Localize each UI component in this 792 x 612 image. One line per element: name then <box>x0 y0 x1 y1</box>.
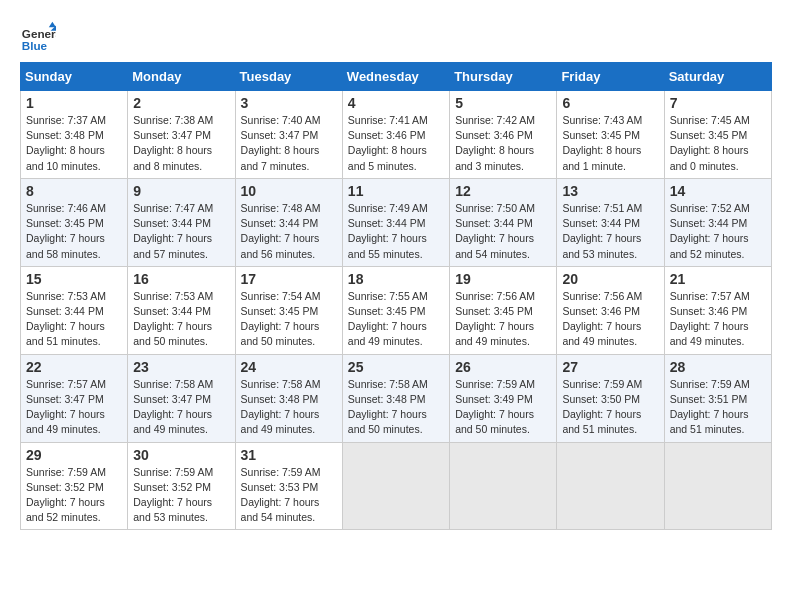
svg-marker-2 <box>49 22 56 27</box>
day-number: 25 <box>348 359 444 375</box>
day-info: Sunrise: 7:54 AMSunset: 3:45 PMDaylight:… <box>241 289 337 350</box>
day-number: 9 <box>133 183 229 199</box>
day-info: Sunrise: 7:58 AMSunset: 3:48 PMDaylight:… <box>348 377 444 438</box>
day-cell: 26Sunrise: 7:59 AMSunset: 3:49 PMDayligh… <box>450 354 557 442</box>
day-number: 24 <box>241 359 337 375</box>
day-number: 28 <box>670 359 766 375</box>
day-info: Sunrise: 7:41 AMSunset: 3:46 PMDaylight:… <box>348 113 444 174</box>
day-info: Sunrise: 7:49 AMSunset: 3:44 PMDaylight:… <box>348 201 444 262</box>
day-info: Sunrise: 7:51 AMSunset: 3:44 PMDaylight:… <box>562 201 658 262</box>
day-cell <box>342 442 449 530</box>
day-info: Sunrise: 7:42 AMSunset: 3:46 PMDaylight:… <box>455 113 551 174</box>
logo-icon: General Blue <box>20 20 56 56</box>
day-info: Sunrise: 7:50 AMSunset: 3:44 PMDaylight:… <box>455 201 551 262</box>
weekday-header-wednesday: Wednesday <box>342 63 449 91</box>
day-number: 16 <box>133 271 229 287</box>
calendar-table: SundayMondayTuesdayWednesdayThursdayFrid… <box>20 62 772 530</box>
day-info: Sunrise: 7:56 AMSunset: 3:45 PMDaylight:… <box>455 289 551 350</box>
day-cell: 4Sunrise: 7:41 AMSunset: 3:46 PMDaylight… <box>342 91 449 179</box>
day-info: Sunrise: 7:45 AMSunset: 3:45 PMDaylight:… <box>670 113 766 174</box>
day-info: Sunrise: 7:58 AMSunset: 3:47 PMDaylight:… <box>133 377 229 438</box>
day-number: 17 <box>241 271 337 287</box>
weekday-header-saturday: Saturday <box>664 63 771 91</box>
day-number: 3 <box>241 95 337 111</box>
day-cell: 19Sunrise: 7:56 AMSunset: 3:45 PMDayligh… <box>450 266 557 354</box>
day-number: 13 <box>562 183 658 199</box>
day-number: 7 <box>670 95 766 111</box>
day-cell: 6Sunrise: 7:43 AMSunset: 3:45 PMDaylight… <box>557 91 664 179</box>
day-number: 12 <box>455 183 551 199</box>
week-row-2: 8Sunrise: 7:46 AMSunset: 3:45 PMDaylight… <box>21 178 772 266</box>
day-cell: 22Sunrise: 7:57 AMSunset: 3:47 PMDayligh… <box>21 354 128 442</box>
day-info: Sunrise: 7:43 AMSunset: 3:45 PMDaylight:… <box>562 113 658 174</box>
day-info: Sunrise: 7:57 AMSunset: 3:46 PMDaylight:… <box>670 289 766 350</box>
day-cell: 12Sunrise: 7:50 AMSunset: 3:44 PMDayligh… <box>450 178 557 266</box>
day-info: Sunrise: 7:47 AMSunset: 3:44 PMDaylight:… <box>133 201 229 262</box>
day-cell: 14Sunrise: 7:52 AMSunset: 3:44 PMDayligh… <box>664 178 771 266</box>
day-number: 18 <box>348 271 444 287</box>
day-number: 8 <box>26 183 122 199</box>
day-number: 11 <box>348 183 444 199</box>
day-number: 5 <box>455 95 551 111</box>
weekday-header-sunday: Sunday <box>21 63 128 91</box>
day-number: 22 <box>26 359 122 375</box>
day-number: 1 <box>26 95 122 111</box>
day-info: Sunrise: 7:59 AMSunset: 3:53 PMDaylight:… <box>241 465 337 526</box>
day-info: Sunrise: 7:55 AMSunset: 3:45 PMDaylight:… <box>348 289 444 350</box>
day-number: 21 <box>670 271 766 287</box>
day-number: 15 <box>26 271 122 287</box>
day-number: 19 <box>455 271 551 287</box>
day-info: Sunrise: 7:59 AMSunset: 3:50 PMDaylight:… <box>562 377 658 438</box>
day-info: Sunrise: 7:46 AMSunset: 3:45 PMDaylight:… <box>26 201 122 262</box>
day-cell: 23Sunrise: 7:58 AMSunset: 3:47 PMDayligh… <box>128 354 235 442</box>
day-cell <box>450 442 557 530</box>
day-cell: 10Sunrise: 7:48 AMSunset: 3:44 PMDayligh… <box>235 178 342 266</box>
day-cell: 11Sunrise: 7:49 AMSunset: 3:44 PMDayligh… <box>342 178 449 266</box>
day-info: Sunrise: 7:57 AMSunset: 3:47 PMDaylight:… <box>26 377 122 438</box>
day-info: Sunrise: 7:56 AMSunset: 3:46 PMDaylight:… <box>562 289 658 350</box>
day-cell: 1Sunrise: 7:37 AMSunset: 3:48 PMDaylight… <box>21 91 128 179</box>
day-cell: 29Sunrise: 7:59 AMSunset: 3:52 PMDayligh… <box>21 442 128 530</box>
weekday-header-thursday: Thursday <box>450 63 557 91</box>
svg-text:Blue: Blue <box>22 39 48 52</box>
day-info: Sunrise: 7:38 AMSunset: 3:47 PMDaylight:… <box>133 113 229 174</box>
day-number: 27 <box>562 359 658 375</box>
day-number: 26 <box>455 359 551 375</box>
day-info: Sunrise: 7:40 AMSunset: 3:47 PMDaylight:… <box>241 113 337 174</box>
day-number: 23 <box>133 359 229 375</box>
day-info: Sunrise: 7:52 AMSunset: 3:44 PMDaylight:… <box>670 201 766 262</box>
day-cell: 2Sunrise: 7:38 AMSunset: 3:47 PMDaylight… <box>128 91 235 179</box>
day-number: 20 <box>562 271 658 287</box>
day-cell: 30Sunrise: 7:59 AMSunset: 3:52 PMDayligh… <box>128 442 235 530</box>
day-number: 14 <box>670 183 766 199</box>
weekday-header-friday: Friday <box>557 63 664 91</box>
day-cell: 13Sunrise: 7:51 AMSunset: 3:44 PMDayligh… <box>557 178 664 266</box>
day-number: 10 <box>241 183 337 199</box>
day-info: Sunrise: 7:59 AMSunset: 3:52 PMDaylight:… <box>26 465 122 526</box>
day-cell: 5Sunrise: 7:42 AMSunset: 3:46 PMDaylight… <box>450 91 557 179</box>
day-cell <box>664 442 771 530</box>
day-info: Sunrise: 7:48 AMSunset: 3:44 PMDaylight:… <box>241 201 337 262</box>
day-cell: 27Sunrise: 7:59 AMSunset: 3:50 PMDayligh… <box>557 354 664 442</box>
week-row-3: 15Sunrise: 7:53 AMSunset: 3:44 PMDayligh… <box>21 266 772 354</box>
day-cell: 3Sunrise: 7:40 AMSunset: 3:47 PMDaylight… <box>235 91 342 179</box>
day-info: Sunrise: 7:53 AMSunset: 3:44 PMDaylight:… <box>26 289 122 350</box>
day-cell: 8Sunrise: 7:46 AMSunset: 3:45 PMDaylight… <box>21 178 128 266</box>
day-number: 4 <box>348 95 444 111</box>
day-info: Sunrise: 7:58 AMSunset: 3:48 PMDaylight:… <box>241 377 337 438</box>
day-info: Sunrise: 7:59 AMSunset: 3:49 PMDaylight:… <box>455 377 551 438</box>
day-cell: 21Sunrise: 7:57 AMSunset: 3:46 PMDayligh… <box>664 266 771 354</box>
week-row-1: 1Sunrise: 7:37 AMSunset: 3:48 PMDaylight… <box>21 91 772 179</box>
day-info: Sunrise: 7:37 AMSunset: 3:48 PMDaylight:… <box>26 113 122 174</box>
day-cell: 25Sunrise: 7:58 AMSunset: 3:48 PMDayligh… <box>342 354 449 442</box>
day-cell: 15Sunrise: 7:53 AMSunset: 3:44 PMDayligh… <box>21 266 128 354</box>
day-cell <box>557 442 664 530</box>
week-row-5: 29Sunrise: 7:59 AMSunset: 3:52 PMDayligh… <box>21 442 772 530</box>
logo: General Blue <box>20 20 56 56</box>
day-number: 30 <box>133 447 229 463</box>
day-cell: 28Sunrise: 7:59 AMSunset: 3:51 PMDayligh… <box>664 354 771 442</box>
day-cell: 7Sunrise: 7:45 AMSunset: 3:45 PMDaylight… <box>664 91 771 179</box>
day-cell: 9Sunrise: 7:47 AMSunset: 3:44 PMDaylight… <box>128 178 235 266</box>
day-number: 31 <box>241 447 337 463</box>
day-cell: 20Sunrise: 7:56 AMSunset: 3:46 PMDayligh… <box>557 266 664 354</box>
